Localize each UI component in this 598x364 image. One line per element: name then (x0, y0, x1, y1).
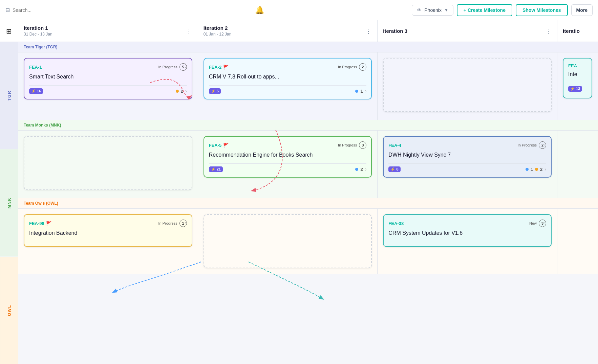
fea-5-card: ⋮ FEA-5 🚩 In Progress 3 (204, 136, 372, 178)
fea-1-menu[interactable]: ⋮ (183, 63, 188, 69)
fea-1-title: Smart Text Search (29, 73, 187, 81)
header-right: 👁 Phoenix ▼ + Create Milestone Show Mile… (412, 4, 593, 16)
fea-partial-title: Inte (568, 71, 587, 78)
main-container: ⊞ TGR MNK OWL Iteration 1 31 Dec - 13 Ja… (0, 20, 598, 364)
top-header: ⊟ 🔔 👁 Phoenix ▼ + Create Milestone Show … (0, 0, 598, 20)
fea-4-card: ⋮ FEA-4 In Progress 2 DWH Nightly View S… (383, 136, 552, 178)
fea-4-menu[interactable]: ⋮ (542, 141, 548, 147)
fea-1-expand[interactable]: › (185, 88, 187, 94)
mnk-iter3-cell: ⋮ FEA-4 In Progress 2 DWH Nightly View S… (378, 131, 557, 198)
team-mnk-header: Team Monks (MNK) (18, 120, 598, 131)
owl-iter1-cell: ⋮ FEA-98 🚩 In Progress 1 (18, 209, 198, 274)
team-owl-row: Team Owls (OWL) ⋮ FEA-98 🚩 (18, 198, 598, 274)
fea-2-expand[interactable]: › (365, 88, 367, 94)
eye-icon: 👁 (417, 7, 422, 13)
owl-iter3-cell: ⋮ FEA-38 New 3 CRM System Updates for V1… (378, 209, 557, 274)
fea-partial-lightning: ⚡ 13 (568, 86, 582, 92)
fea-5-id[interactable]: FEA-5 (209, 143, 222, 148)
team-owl-header: Team Owls (OWL) (18, 198, 598, 209)
iteration-1-menu[interactable]: ⋮ (186, 27, 192, 35)
fea-4-id[interactable]: FEA-4 (388, 143, 401, 148)
fea-4-count-orange: 2 (540, 167, 542, 172)
tgr-band: TGR (0, 42, 18, 149)
bell-icon[interactable]: 🔔 (255, 6, 264, 15)
fea-1-lightning: ⚡ 16 (29, 88, 43, 94)
fea-partial-id[interactable]: FEA (568, 63, 577, 68)
fea-2-card: ⋮ FEA-2 🚩 In Progress 2 (204, 58, 372, 99)
fea-98-id[interactable]: FEA-98 (29, 221, 44, 226)
mnk-iter1-empty (24, 136, 192, 190)
fea-2-dot-blue (355, 90, 358, 93)
show-milestones-button[interactable]: Show Milestones (516, 4, 568, 16)
fea-1-status: In Progress (158, 65, 177, 69)
fea-2-title: CRM V 7.8 Roll-out to apps... (209, 73, 367, 81)
fea-4-count-blue: 1 (531, 167, 533, 172)
search-area: ⊟ (5, 7, 107, 13)
fea-5-dot-blue (355, 168, 358, 171)
grid-icon-area: ⊞ (0, 20, 18, 42)
owl-iter2-cell (198, 209, 378, 274)
owl-iter2-empty (204, 214, 372, 268)
fea-38-menu[interactable]: ⋮ (542, 219, 548, 225)
content-area: Iteration 1 31 Dec - 13 Jan ⋮ Iteration … (18, 20, 598, 364)
fea-2-menu[interactable]: ⋮ (362, 63, 368, 69)
fea-1-card: ⋮ FEA-1 In Progress 5 Smart Text Search (24, 58, 192, 99)
tgr-iter2-cell: ⋮ FEA-2 🚩 In Progress 2 (198, 52, 378, 120)
fea-98-title: Integration Backend (29, 230, 187, 237)
fea-38-card: ⋮ FEA-38 New 3 CRM System Updates for V1… (383, 214, 552, 247)
owl-band: OWL (0, 257, 18, 364)
fea-98-card: ⋮ FEA-98 🚩 In Progress 1 (24, 214, 192, 247)
iteration-1-title: Iteration 1 (24, 25, 52, 31)
iteration-3-header: Iteration 3 ⋮ (378, 20, 557, 42)
grid-icon: ⊞ (6, 27, 12, 35)
fea-2-flag: 🚩 (223, 65, 229, 70)
project-selector[interactable]: 👁 Phoenix ▼ (412, 5, 453, 16)
iteration-4-header: Iteratio (557, 20, 598, 42)
header-center: 🔔 (111, 6, 408, 15)
project-label: Phoenix (424, 7, 442, 13)
team-tgr-content: ⋮ FEA-1 In Progress 5 Smart Text Search (18, 52, 598, 120)
fea-4-expand[interactable]: › (544, 166, 546, 172)
fea-4-dot-orange (535, 168, 538, 171)
search-input[interactable] (13, 7, 80, 13)
team-mnk-content: ⋮ FEA-5 🚩 In Progress 3 (18, 131, 598, 198)
mnk-iter1-cell (18, 131, 198, 198)
fea-38-id[interactable]: FEA-38 (388, 221, 404, 226)
fea-5-lightning: ⚡ 21 (209, 166, 223, 172)
team-labels-column: ⊞ TGR MNK OWL (0, 20, 18, 364)
fea-4-dot-blue (526, 168, 529, 171)
tgr-iter1-cell: ⋮ FEA-1 In Progress 5 Smart Text Search (18, 52, 198, 120)
fea-5-count: 2 (360, 167, 363, 172)
fea-partial-card: FEA Inte ⚡ 13 (563, 58, 592, 98)
mnk-band: MNK (0, 149, 18, 256)
fea-1-id[interactable]: FEA-1 (29, 65, 42, 70)
fea-5-menu[interactable]: ⋮ (362, 141, 368, 147)
team-owl-content: ⋮ FEA-98 🚩 In Progress 1 (18, 209, 598, 274)
chevron-down-icon: ▼ (444, 8, 448, 13)
fea-98-menu[interactable]: ⋮ (183, 219, 188, 225)
create-milestone-button[interactable]: + Create Milestone (457, 4, 512, 16)
fea-2-status: In Progress (338, 65, 357, 69)
fea-2-id[interactable]: FEA-2 (209, 65, 222, 70)
filter-icon[interactable]: ⊟ (5, 7, 10, 13)
team-tgr-header: Team Tiger (TGR) (18, 42, 598, 52)
fea-5-expand[interactable]: › (365, 166, 367, 172)
iteration-3-menu[interactable]: ⋮ (545, 27, 552, 35)
fea-2-lightning: ⚡ 5 (209, 88, 221, 94)
fea-98-status: In Progress (158, 221, 177, 225)
iteration-headers: Iteration 1 31 Dec - 13 Jan ⋮ Iteration … (18, 20, 598, 42)
fea-5-status: In Progress (338, 143, 357, 147)
iteration-2-header: Iteration 2 01 Jan - 12 Jan ⋮ (198, 20, 378, 42)
tgr-iter3-cell (378, 52, 557, 120)
more-button[interactable]: More (571, 4, 593, 16)
fea-98-flag: 🚩 (46, 221, 51, 226)
fea-5-title: Recommendation Engine for Books Search (209, 152, 367, 159)
fea-38-status: New (529, 221, 537, 225)
iteration-1-header: Iteration 1 31 Dec - 13 Jan ⋮ (18, 20, 198, 42)
iteration-2-menu[interactable]: ⋮ (365, 27, 372, 35)
fea-2-count: 1 (360, 89, 363, 94)
mnk-iter2-cell: ⋮ FEA-5 🚩 In Progress 3 (198, 131, 378, 198)
iteration-2-dates: 01 Jan - 12 Jan (204, 32, 232, 37)
mnk-iter4-cell (557, 131, 598, 198)
team-tgr-row: Team Tiger (TGR) ⋮ FEA-1 In Progress 5 (18, 42, 598, 120)
